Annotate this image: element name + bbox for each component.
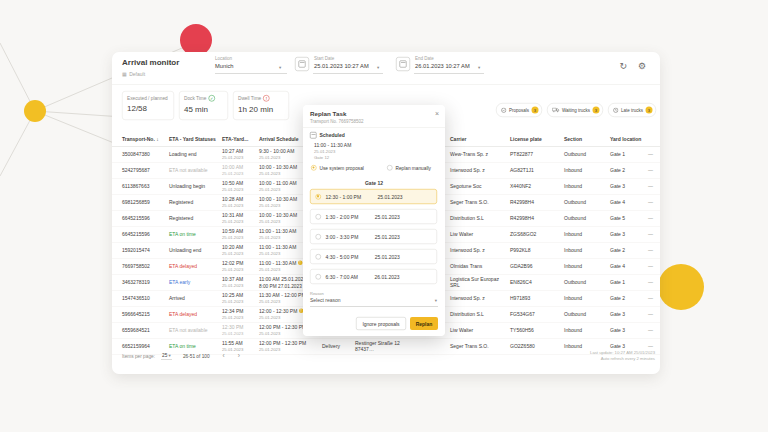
- row-actions-button[interactable]: —: [648, 247, 656, 253]
- carrier: Segotune Soc: [450, 183, 506, 189]
- scheduled-date: 25.01.2023: [314, 149, 335, 154]
- late-trucks-count-badge: 3: [646, 107, 653, 114]
- start-date-underline: [313, 73, 383, 74]
- close-icon[interactable]: ×: [435, 109, 439, 117]
- eta-yard-time: 10:25 AM25.01.2023: [222, 293, 257, 305]
- eta-yard-time: 11:55 AM25.01.2023: [222, 341, 257, 353]
- section: Inbound: [564, 263, 606, 269]
- late-trucks-chip[interactable]: Late trucks 3: [608, 103, 656, 117]
- eta-yard-time: 10:50 AM25.01.2023: [222, 181, 257, 193]
- previous-page-button[interactable]: ‹: [223, 352, 225, 360]
- transport-no: 3500847380: [122, 151, 170, 157]
- carrier: Logistica Sur Europaz SRL: [450, 277, 506, 289]
- carrier: Interwood Sp. z: [450, 167, 506, 173]
- ignore-proposals-button[interactable]: Ignore proposals: [356, 317, 406, 330]
- carrier: Olmidas Trans: [450, 263, 506, 269]
- proposals-chip-label: Proposals: [509, 108, 529, 113]
- proposal-option[interactable]: 4:30 - 5:00 PM25.01.2023: [310, 249, 437, 264]
- transport-no: 6981256859: [122, 199, 170, 205]
- column-yard-location: Yard location: [610, 136, 648, 142]
- eta-yard-time: 12:34 PM25.01.2023: [222, 309, 257, 321]
- row-actions-button[interactable]: —: [648, 215, 656, 221]
- row-actions-button[interactable]: —: [648, 279, 656, 285]
- location-underline: [215, 73, 287, 74]
- kpi-executed-value: 12/58: [127, 104, 169, 113]
- row-actions-button[interactable]: —: [648, 151, 656, 157]
- carrier: Interwood Sp. z: [450, 247, 506, 253]
- option-time: 1:30 - 2:00 PM: [326, 214, 359, 220]
- row-actions-button[interactable]: —: [648, 343, 656, 349]
- replan-task-modal: Replan Task Transport No. 7669758502 × S…: [303, 105, 445, 336]
- use-system-proposal-radio[interactable]: Use system proposal: [311, 165, 364, 171]
- sort-descending-icon[interactable]: ↓: [156, 136, 159, 142]
- carrier: Seger Trans S.O.: [450, 199, 506, 205]
- row-actions-button[interactable]: —: [648, 295, 656, 301]
- yard-location: Gate 3: [610, 183, 648, 189]
- row-actions-button[interactable]: —: [648, 311, 656, 317]
- waiting-trucks-chip[interactable]: Waiting trucks 3: [547, 103, 603, 117]
- option-time: 3:00 - 3:30 PM: [326, 234, 359, 240]
- column-eta-yard-statuses: ETA - Yard Statuses: [169, 136, 221, 142]
- waiting-trucks-chip-label: Waiting trucks: [562, 108, 590, 113]
- start-date-field[interactable]: Start Date 25.01.2023 10:27 AM: [314, 56, 369, 69]
- row-actions-button[interactable]: —: [648, 231, 656, 237]
- eta-yard-time: 12:30 PM25.01.2023: [222, 325, 257, 337]
- transport-no: 5966645215: [122, 311, 170, 317]
- replan-manually-radio[interactable]: Replan manually: [387, 165, 431, 171]
- modal-title: Replan Task: [310, 110, 346, 117]
- refresh-icon[interactable]: ↻: [619, 60, 627, 71]
- section: Outbound: [564, 199, 606, 205]
- transport-no: 7669758502: [122, 263, 170, 269]
- proposal-option[interactable]: 6:30 - 7:00 AM26.01.2023: [310, 269, 437, 284]
- column-transport-no[interactable]: Transport-No. ↓: [122, 136, 170, 142]
- items-per-page-select[interactable]: 25 ▾: [161, 352, 172, 359]
- kpi-dock-time: Dock Time✓ 45 min: [179, 91, 228, 120]
- proposal-option[interactable]: 12:30 - 1:00 PM25.01.2023: [310, 189, 437, 204]
- view-selector[interactable]: ▦ Default: [122, 71, 145, 77]
- proposal-option[interactable]: 3:00 - 3:30 PM25.01.2023: [310, 229, 437, 244]
- decor-yellow-circle-right: [658, 264, 704, 310]
- section: Inbound: [564, 343, 606, 349]
- eta-yard-time: 10:31 AM25.01.2023: [222, 213, 257, 225]
- yard-location: Gate 2: [610, 295, 648, 301]
- settings-gear-icon[interactable]: ⚙: [638, 60, 646, 71]
- eta-yard-status: Unloading end: [169, 247, 221, 253]
- replan-button[interactable]: Replan: [410, 317, 438, 330]
- eta-yard-status: ETA delayed: [169, 263, 221, 269]
- start-date-calendar-icon[interactable]: [295, 57, 309, 71]
- proposal-icon: [501, 107, 507, 113]
- row-actions-button[interactable]: —: [648, 183, 656, 189]
- kpi-executed-label: Executed / planned: [127, 95, 169, 101]
- location-field[interactable]: Location Munich: [215, 56, 234, 69]
- carrier: Wew-Trans Sp. z: [450, 151, 506, 157]
- carrier: Interwood Sp. z: [450, 295, 506, 301]
- proposal-option[interactable]: 1:30 - 2:00 PM25.01.2023: [310, 209, 437, 224]
- radio-unselected-icon: [316, 234, 322, 240]
- section: Inbound: [564, 295, 606, 301]
- waiting-trucks-count-badge: 3: [592, 107, 599, 114]
- eta-yard-time: 10:28 AM25.01.2023: [222, 197, 257, 209]
- reason-select[interactable]: Select reason: [310, 298, 341, 304]
- eta-yard-time: 10:20 AM25.01.2023: [222, 245, 257, 257]
- row-actions-button[interactable]: —: [648, 327, 656, 333]
- end-date-calendar-icon[interactable]: [396, 57, 410, 71]
- row-actions-button[interactable]: —: [648, 199, 656, 205]
- license-plate: R42998H4: [510, 199, 560, 205]
- proposals-chip[interactable]: Proposals 3: [496, 103, 542, 117]
- transport-no: 6113867663: [122, 183, 170, 189]
- page-title: Arrival monitor: [122, 58, 179, 67]
- modal-transport-no: Transport No. 7669758502: [310, 119, 364, 124]
- yard-address: Restinger Straße 1287437…: [355, 341, 414, 353]
- location-label: Location: [215, 56, 234, 61]
- column-license-plate: License plate: [510, 136, 560, 142]
- row-actions-button[interactable]: —: [648, 263, 656, 269]
- decor-yellow-circle-left: [24, 100, 46, 122]
- arrival-schedule: 12:00 PM - 12:30 PM25.01.2023: [259, 341, 320, 353]
- start-date-value: 25.01.2023 10:27 AM: [314, 63, 369, 69]
- next-page-button[interactable]: ›: [238, 352, 240, 360]
- chips-row: Proposals 3 Waiting trucks 3 Late trucks…: [496, 103, 656, 117]
- end-date-field[interactable]: End Date 26.01.2023 10:27 AM: [415, 56, 470, 69]
- eta-yard-time: 10:37 AM25.01.2023: [222, 277, 257, 289]
- row-actions-button[interactable]: —: [648, 167, 656, 173]
- yard-location: Gate 3: [610, 343, 648, 349]
